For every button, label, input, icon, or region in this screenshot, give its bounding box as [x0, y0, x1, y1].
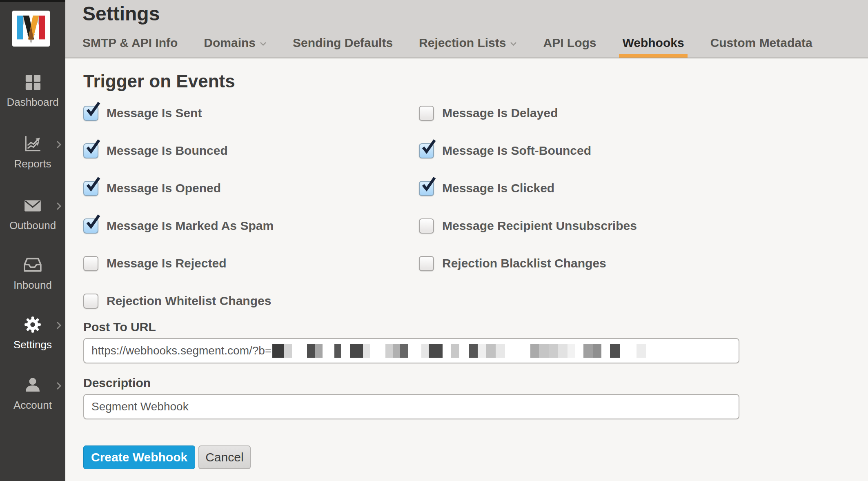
dashboard-icon [0, 72, 65, 92]
sidebar-item-label: Dashboard [0, 96, 65, 108]
event-checkbox-grid: Message Is SentMessage Is BouncedMessage… [83, 104, 868, 330]
redaction-block [400, 344, 408, 358]
mandrill-m-icon [12, 11, 50, 47]
sidebar-item-outbound[interactable]: Outbound [0, 195, 65, 231]
event-option-rejection-blacklist-changes: Rejection Blacklist Changes [419, 254, 637, 272]
redaction-block [307, 344, 315, 358]
event-option-message-is-clicked: Message Is Clicked [419, 179, 637, 197]
redaction-block [469, 344, 478, 358]
sidebar-item-label: Reports [0, 158, 65, 169]
redaction-block [575, 344, 583, 358]
checkbox-label: Message Is Marked As Spam [107, 219, 274, 233]
checkbox-unchecked[interactable] [83, 294, 98, 309]
redaction-block [323, 344, 334, 358]
chevron-right-icon[interactable] [52, 315, 62, 336]
checkbox-label: Message Recipient Unsubscribes [442, 219, 637, 233]
sidebar-item-dashboard[interactable]: Dashboard [0, 72, 65, 108]
sidebar: Dashboard Reports Outbound Inbound Setti… [0, 0, 65, 481]
tab-label: Domains [204, 36, 256, 50]
sidebar-item-reports[interactable]: Reports [0, 134, 65, 169]
tab-label: Custom Metadata [710, 36, 812, 50]
redaction-block [370, 344, 385, 358]
redaction-block [334, 344, 341, 358]
tab-label: SMTP & API Info [82, 36, 178, 50]
event-option-message-recipient-unsubscribes: Message Recipient Unsubscribes [419, 217, 637, 235]
tab-domains[interactable]: Domains [204, 36, 267, 58]
form-actions: Create Webhook Cancel [83, 445, 251, 469]
tab-sending-defaults[interactable]: Sending Defaults [293, 36, 393, 58]
tab-label: API Logs [543, 36, 596, 50]
redaction-block [408, 344, 421, 358]
settings-tabs: SMTP & API InfoDomainsSending DefaultsRe… [82, 36, 812, 58]
tab-label: Webhooks [622, 36, 684, 50]
checkbox-label: Message Is Soft-Bounced [442, 144, 591, 158]
redaction-block [385, 344, 393, 358]
tab-label: Rejection Lists [419, 36, 506, 50]
chevron-right-icon[interactable] [52, 376, 62, 396]
post-to-url-label: Post To URL [83, 320, 739, 334]
description-label: Description [83, 376, 739, 390]
post-to-url-input[interactable]: https://webhooks.segment.com/?b= [83, 338, 739, 363]
sidebar-item-account[interactable]: Account [0, 375, 65, 411]
create-webhook-button[interactable]: Create Webhook [83, 445, 195, 469]
inbound-icon [0, 255, 65, 275]
sidebar-item-label: Settings [0, 339, 65, 350]
redaction-block [583, 344, 593, 358]
chevron-right-icon[interactable] [52, 196, 62, 216]
checkbox-checked[interactable] [83, 218, 98, 234]
main-content: Trigger on Events Message Is SentMessage… [65, 58, 868, 481]
redaction-block [593, 344, 601, 358]
redaction-block [530, 344, 539, 358]
checkbox-checked[interactable] [83, 143, 98, 158]
event-option-rejection-whitelist-changes: Rejection Whitelist Changes [83, 292, 419, 310]
checkbox-label: Message Is Rejected [107, 256, 226, 270]
redaction-block [549, 344, 558, 358]
checkbox-label: Message Is Bounced [107, 144, 228, 158]
chevron-down-icon [260, 42, 267, 46]
redaction-block [478, 344, 486, 358]
event-option-message-is-bounced: Message Is Bounced [83, 142, 419, 160]
description-value: Segment Webhook [91, 400, 189, 413]
redaction-block [568, 344, 575, 358]
tab-custom-metadata[interactable]: Custom Metadata [710, 36, 812, 58]
checkbox-checked[interactable] [83, 181, 98, 196]
chevron-right-icon[interactable] [52, 134, 62, 155]
sidebar-item-label: Account [0, 399, 65, 411]
tab-smtp-api-info[interactable]: SMTP & API Info [82, 36, 178, 58]
section-heading: Trigger on Events [83, 71, 868, 92]
mandrill-logo[interactable] [12, 11, 50, 47]
checkbox-unchecked[interactable] [419, 218, 434, 234]
sidebar-item-label: Outbound [0, 220, 65, 231]
redaction-block [284, 344, 292, 358]
sidebar-item-inbound[interactable]: Inbound [0, 255, 65, 291]
redaction-block [421, 344, 429, 358]
redaction-block [363, 344, 370, 358]
cancel-button[interactable]: Cancel [198, 445, 250, 469]
checkbox-checked[interactable] [419, 181, 434, 196]
redaction-block [459, 344, 469, 358]
checkbox-unchecked[interactable] [419, 256, 434, 271]
redaction-block [341, 344, 350, 358]
event-option-message-is-rejected: Message Is Rejected [83, 254, 419, 272]
redaction-block [350, 344, 363, 358]
tab-api-logs[interactable]: API Logs [543, 36, 596, 58]
sidebar-item-settings[interactable]: Settings [0, 314, 65, 350]
tab-webhooks[interactable]: Webhooks [622, 36, 684, 58]
checkbox-unchecked[interactable] [83, 256, 98, 271]
checkbox-checked[interactable] [419, 143, 434, 158]
redaction-block [315, 344, 323, 358]
checkbox-label: Message Is Opened [107, 181, 221, 195]
description-field: Description Segment Webhook [83, 376, 739, 419]
description-input[interactable]: Segment Webhook [83, 394, 739, 419]
page-title: Settings [82, 2, 160, 25]
checkbox-label: Message Is Sent [107, 106, 202, 120]
checkbox-label: Rejection Whitelist Changes [107, 294, 271, 308]
redaction-block [637, 344, 646, 358]
event-option-message-is-sent: Message Is Sent [83, 104, 419, 122]
checkbox-checked[interactable] [83, 106, 98, 121]
checkbox-label: Rejection Blacklist Changes [442, 256, 606, 270]
redaction-block [486, 344, 496, 358]
checkbox-unchecked[interactable] [419, 106, 434, 121]
url-value: https://webhooks.segment.com/?b= [91, 344, 272, 357]
tab-rejection-lists[interactable]: Rejection Lists [419, 36, 517, 58]
